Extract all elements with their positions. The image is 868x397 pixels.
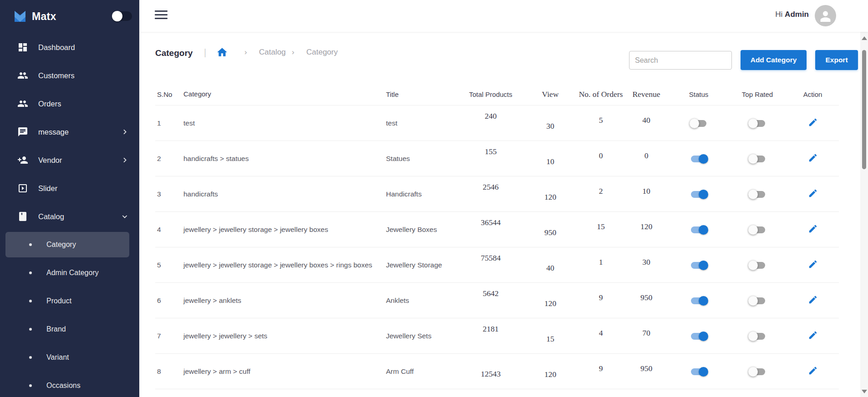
cell-revenue: 120 [640, 222, 652, 231]
bullet-icon [29, 356, 32, 359]
top-rated-toggle[interactable] [750, 120, 765, 127]
people-icon [17, 70, 28, 81]
scroll-up-icon[interactable] [862, 36, 867, 40]
cell-sno: 8 [155, 367, 183, 376]
sidebar-brand-row: Matx [0, 0, 139, 33]
bullet-icon [29, 384, 32, 387]
edit-icon[interactable] [808, 188, 818, 198]
cell-view: 120 [544, 299, 556, 308]
page-title: Category [155, 48, 193, 58]
avatar[interactable] [815, 5, 836, 26]
cell-total-products: 155 [485, 147, 497, 156]
sidebar-item-customers[interactable]: Customers [0, 61, 139, 90]
sidebar-item-orders[interactable]: Orders [0, 90, 139, 118]
bullet-icon [29, 300, 32, 302]
cell-category: handicrafts > statues [183, 154, 386, 164]
edit-icon[interactable] [808, 224, 818, 234]
sidebar-item-vendor[interactable]: Vendor [0, 146, 139, 174]
chat-icon [17, 126, 28, 137]
breadcrumb-category[interactable]: Category [306, 48, 338, 57]
breadcrumb-chevron-icon: › [244, 48, 247, 57]
col-total-products: Total Products [459, 90, 523, 98]
cell-category: jewellery > jewellery > sets [183, 331, 386, 341]
cell-orders: 9 [599, 293, 603, 302]
search-input[interactable] [629, 51, 732, 70]
top-rated-toggle[interactable] [750, 191, 765, 198]
sidebar-item-catalog[interactable]: Catalog [0, 202, 139, 231]
sidebar-item-dashboard[interactable]: Dashboard [0, 33, 139, 61]
breadcrumb-divider: | [204, 47, 206, 58]
sidebar-item-message[interactable]: message [0, 118, 139, 146]
cell-title: Arm Cuff [386, 367, 459, 376]
edit-icon[interactable] [808, 259, 818, 269]
edit-icon[interactable] [808, 153, 818, 163]
export-button[interactable]: Export [815, 50, 858, 70]
table-row: 1 test test 240 30 5 40 [155, 106, 839, 141]
sidebar-item-brand[interactable]: Brand [0, 315, 139, 343]
status-toggle[interactable] [691, 226, 706, 233]
col-action: Action [787, 90, 839, 98]
cell-view: 10 [546, 157, 554, 166]
greeting: Hi Admin [775, 10, 809, 19]
people-icon [17, 98, 28, 109]
cell-view: 40 [546, 263, 554, 273]
top-rated-toggle[interactable] [750, 368, 765, 375]
status-toggle[interactable] [691, 156, 706, 162]
scrollbar-thumb[interactable] [862, 50, 866, 169]
scroll-down-icon[interactable] [862, 390, 867, 393]
cell-revenue: 10 [642, 186, 650, 196]
cell-sno: 5 [155, 261, 183, 269]
status-toggle[interactable] [691, 333, 706, 340]
table-row: 3 handicrafts Handicrafts 2546 120 2 10 [155, 176, 839, 212]
cell-title: test [386, 119, 459, 127]
cell-total-products: 2181 [483, 324, 499, 334]
cell-category: handicrafts [183, 189, 386, 199]
person-add-icon [17, 155, 28, 166]
page-header: Category | › Catalog › Category Add Cate… [155, 43, 842, 66]
table-row: 8 jewellery > arm > cuff Arm Cuff 12543 … [155, 354, 839, 389]
home-icon[interactable] [216, 46, 228, 58]
status-toggle[interactable] [691, 262, 706, 269]
cell-revenue: 950 [640, 293, 652, 302]
status-toggle[interactable] [691, 191, 706, 198]
dashboard-icon [17, 42, 28, 53]
edit-icon[interactable] [808, 366, 818, 376]
sidebar-item-category[interactable]: Category [0, 231, 139, 259]
cell-total-products: 5642 [483, 289, 499, 298]
sidebar-mode-toggle[interactable] [113, 11, 132, 21]
cell-orders: 1 [599, 257, 603, 267]
vertical-scrollbar[interactable] [860, 32, 868, 397]
cell-view: 950 [544, 228, 556, 237]
bullet-icon [29, 243, 32, 246]
table-row: 6 jewellery > anklets Anklets 5642 120 9… [155, 283, 839, 318]
breadcrumb-chevron-icon: › [292, 48, 294, 57]
top-rated-toggle[interactable] [750, 156, 765, 162]
breadcrumb-catalog[interactable]: Catalog [259, 48, 286, 57]
sidebar-item-slider[interactable]: Slider [0, 174, 139, 202]
slideshow-icon [17, 183, 28, 194]
edit-icon[interactable] [808, 295, 818, 305]
top-rated-toggle[interactable] [750, 262, 765, 269]
sidebar-item-admin-category[interactable]: Admin Category [0, 259, 139, 287]
edit-icon[interactable] [808, 117, 818, 127]
top-rated-toggle[interactable] [750, 333, 765, 340]
add-category-button[interactable]: Add Category [741, 50, 807, 70]
menu-toggle-icon[interactable] [155, 10, 168, 21]
cell-view: 15 [546, 334, 554, 344]
top-rated-toggle[interactable] [750, 297, 765, 304]
bullet-icon [29, 271, 32, 274]
status-toggle[interactable] [691, 368, 706, 375]
col-category: Category [183, 89, 386, 99]
username: Admin [785, 10, 809, 19]
sidebar-item-variant[interactable]: Variant [0, 343, 139, 372]
cell-title: Jewellery Storage [386, 261, 459, 269]
col-view: View [523, 90, 578, 99]
status-toggle[interactable] [691, 120, 706, 127]
cell-title: Jewellery Sets [386, 332, 459, 340]
sidebar-item-product[interactable]: Product [0, 287, 139, 315]
status-toggle[interactable] [691, 297, 706, 304]
top-rated-toggle[interactable] [750, 226, 765, 233]
edit-icon[interactable] [808, 330, 818, 340]
sidebar-item-occasions[interactable]: Occasions [0, 372, 139, 397]
cell-sno: 7 [155, 332, 183, 340]
